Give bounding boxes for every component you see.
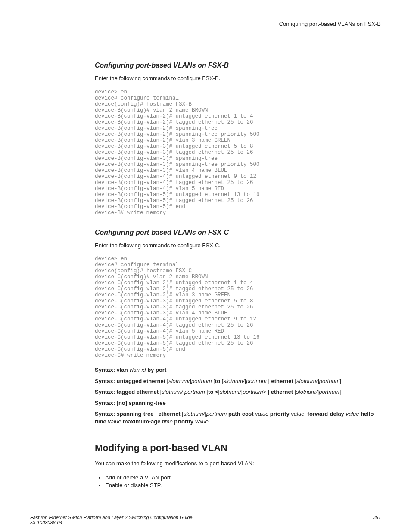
syntax-arg: slotnum/ <box>184 411 205 417</box>
syntax-arg: slotnum/ <box>296 389 317 395</box>
syntax-kw: priority <box>270 411 290 417</box>
syntax-kw: forward-delay <box>308 411 344 417</box>
footer-doc-title: FastIron Ethernet Switch Platform and La… <box>30 515 193 520</box>
syntax-arg: vlan-id <box>129 367 146 373</box>
syntax-vlan: Syntax: vlan vlan-id by port <box>95 366 381 374</box>
syntax-label: Syntax: <box>95 411 115 417</box>
syntax-arg: portnum <box>184 389 205 395</box>
syntax-kw: vlan <box>117 367 128 373</box>
syntax-kw: ethernet <box>271 378 293 384</box>
syntax-label: Syntax: <box>95 400 115 406</box>
syntax-arg: portnum <box>246 378 267 384</box>
syntax-kw: maximum-age <box>123 418 160 425</box>
syntax-kw: path-cost <box>228 411 254 417</box>
syntax-untagged: Syntax: untagged ethernet [slotnum/]port… <box>95 377 381 385</box>
syntax-kw: untagged ethernet <box>117 378 165 384</box>
section-title-fsx-b: Configuring port-based VLANs on FSX-B <box>95 62 381 69</box>
section-title-fsx-c: Configuring port-based VLANs on FSX-C <box>95 229 381 236</box>
code-block-fsx-b: device> en device# configure terminal de… <box>95 89 381 216</box>
section-intro-fsx-c: Enter the following commands to configur… <box>95 242 381 249</box>
syntax-kw: to < <box>208 389 218 395</box>
syntax-arg: value <box>108 418 121 425</box>
page-content: Configuring port-based VLANs on FSX-B Co… <box>0 0 411 503</box>
section-intro-fsx-b: Enter the following commands to configur… <box>95 75 381 82</box>
syntax-kw: to <box>215 378 220 384</box>
footer-page-number: 351 <box>373 515 381 525</box>
syntax-arg: portnum <box>319 378 340 384</box>
syntax-no-spanning-tree: Syntax: [no] spanning-tree <box>95 399 381 407</box>
syntax-arg: time <box>162 418 173 425</box>
syntax-arg: portnum <box>319 389 339 395</box>
syntax-arg: portnum <box>191 378 212 384</box>
modifying-intro: You can make the following modifications… <box>95 460 381 467</box>
syntax-kw: priority <box>174 418 193 425</box>
syntax-arg: value <box>346 411 359 417</box>
list-item: Enable or disable STP. <box>105 482 381 488</box>
list-item: Add or delete a VLAN port. <box>105 474 381 481</box>
syntax-kw: ethernet <box>158 411 180 417</box>
syntax-tagged: Syntax: tagged ethernet [slotnum/]portnu… <box>95 388 381 396</box>
syntax-arg: portnum <box>206 411 227 417</box>
footer-doc-number: 53-1003086-04 <box>30 520 193 525</box>
syntax-kw: by port <box>147 367 166 373</box>
syntax-arg: slotnum/ <box>296 378 318 384</box>
syntax-label: Syntax: <box>95 367 115 373</box>
syntax-arg: value <box>291 411 304 417</box>
syntax-arg: value <box>255 411 268 417</box>
syntax-kw: spanning-tree <box>117 411 154 417</box>
syntax-arg: slotnum/ <box>220 389 241 395</box>
footer-left: FastIron Ethernet Switch Platform and La… <box>30 515 193 525</box>
heading-modifying: Modifying a port-based VLAN <box>95 442 381 454</box>
page-footer: FastIron Ethernet Switch Platform and La… <box>0 503 411 532</box>
syntax-arg: slotnum/ <box>162 389 183 395</box>
running-header: Configuring port-based VLANs on FSX-B <box>95 21 381 27</box>
syntax-kw: [no] <box>117 400 128 406</box>
syntax-arg: value <box>195 418 209 425</box>
syntax-arg: portnum <box>243 389 263 395</box>
syntax-kw: ethernet <box>271 389 293 395</box>
syntax-label: Syntax: <box>95 378 115 384</box>
syntax-kw: tagged ethernet <box>117 389 159 395</box>
syntax-label: Syntax: <box>95 389 115 395</box>
modifying-bullets: Add or delete a VLAN port. Enable or dis… <box>95 474 381 488</box>
syntax-arg: slotnum/ <box>168 378 190 384</box>
syntax-spanning-tree: Syntax: spanning-tree [ ethernet [slotnu… <box>95 410 381 425</box>
syntax-kw: spanning-tree <box>129 400 166 406</box>
syntax-arg: slotnum/ <box>223 378 244 384</box>
code-block-fsx-c: device> en device# configure terminal de… <box>95 256 381 358</box>
